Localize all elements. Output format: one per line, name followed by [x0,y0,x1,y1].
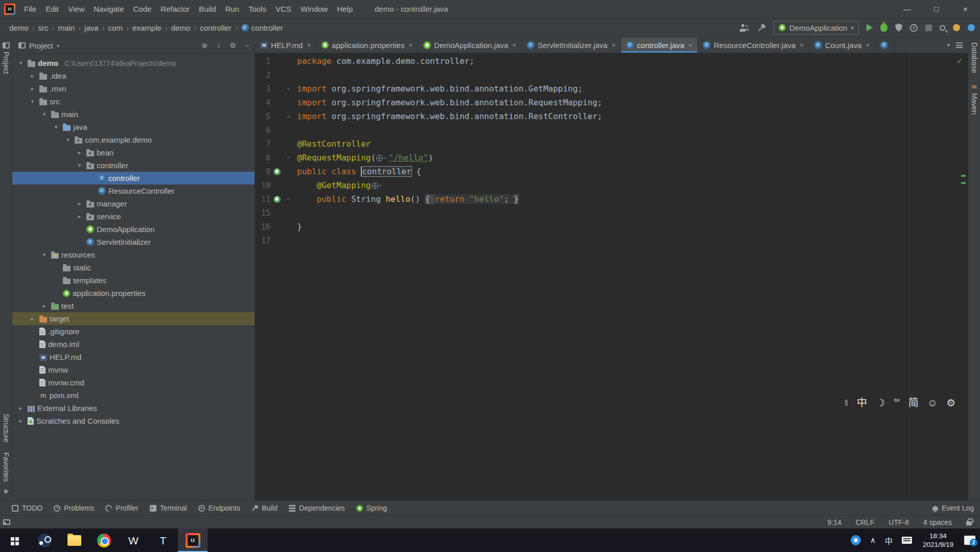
menu-help[interactable]: Help [332,0,357,18]
tree-open-arrow-icon[interactable]: ▾ [75,162,84,169]
editor-tab-application-properties[interactable]: application.properties× [316,37,418,53]
url-globe-inlay[interactable]: ▾ [372,179,382,193]
menu-navigate[interactable]: Navigate [89,0,128,18]
taskbar-app-intellij[interactable] [178,528,208,552]
tree-item-mvnw[interactable]: mvnw [12,363,255,376]
tree-item-demo[interactable]: ▾demoC:\Users\13774\IdeaProjects\demo [12,57,255,70]
chevron-down-icon[interactable]: ▾ [947,42,950,49]
input-language-indicator[interactable]: 中 [880,528,897,552]
inspections-ok-icon[interactable]: ✓ [956,56,963,66]
menu-view[interactable]: View [63,0,89,18]
tree-open-arrow-icon[interactable]: ▾ [52,124,60,130]
tree-item-scratches-and-consoles[interactable]: ▸Scratches and Consoles [12,415,255,427]
tree-closed-arrow-icon[interactable]: ▸ [75,200,84,207]
tree-open-arrow-icon[interactable]: ▾ [40,111,49,118]
coverage-button[interactable] [895,24,902,32]
tool-window-button-database[interactable]: Database [970,37,978,78]
close-icon[interactable]: × [611,41,616,49]
taskbar-app-app-w[interactable]: W [119,528,148,552]
editor-tab[interactable] [875,37,894,53]
tree-item-help-md[interactable]: HELP.md [12,351,255,363]
settings-button[interactable]: ⚙ [230,41,236,50]
tree-open-arrow-icon[interactable]: ▾ [16,60,25,66]
tree-item-controller[interactable]: ▾controller [12,159,255,172]
breadcrumb-item-src[interactable]: src [37,23,50,33]
close-icon[interactable]: × [800,41,804,49]
debug-button[interactable] [880,24,887,32]
menu-edit[interactable]: Edit [41,0,63,18]
tree-item-resourcecontroller[interactable]: ResourceController [12,185,255,197]
tree-item-controller[interactable]: controller [12,172,255,185]
ime-chinese-mode-button[interactable]: 中 [857,398,867,408]
run-configuration-select[interactable]: DemoApplication ▾ [773,21,859,35]
tree-item-target[interactable]: ▸target [12,312,255,325]
spring-bean-icon[interactable] [270,196,284,203]
tool-window-button-project[interactable]: Project [2,37,10,79]
tool-window-button-build[interactable]: Build [246,501,283,515]
breadcrumb-item-controller[interactable]: controller [199,23,233,33]
code-editor[interactable]: 123▿45▵678−91011−151617 package com.exam… [255,53,968,500]
search-everywhere-icon[interactable] [940,25,945,31]
ime-punctuation-button[interactable]: °′ [894,398,900,408]
breadcrumb-item-example[interactable]: example [131,23,163,33]
fold-marker-icon[interactable]: ▵ [284,113,293,120]
ime-emoji-button[interactable]: ☺ [927,398,938,408]
tool-window-button-problems[interactable]: Problems [48,501,100,515]
close-button[interactable]: × [951,0,980,18]
close-icon[interactable]: × [408,41,413,49]
editor-tab-count-java[interactable]: Count.java× [809,37,875,53]
close-icon[interactable]: × [689,41,693,49]
breadcrumb-item-com[interactable]: com [107,23,124,33]
tree-item-test[interactable]: ▸test [12,300,255,312]
menu-tools[interactable]: Tools [244,0,271,18]
fold-marker-icon[interactable]: ▿ [284,85,293,92]
menu-code[interactable]: Code [128,0,156,18]
run-button[interactable] [867,24,873,31]
minimize-button[interactable]: — [893,0,922,18]
tree-item-idea[interactable]: ▸.idea [12,70,255,82]
tree-item-demoapplication[interactable]: DemoApplication [12,223,255,236]
spring-bean-icon[interactable] [270,168,284,175]
tree-closed-arrow-icon[interactable]: ▸ [75,149,84,156]
tree-item-application-properties[interactable]: application.properties [12,287,255,300]
menu-run[interactable]: Run [220,0,244,18]
menu-refactor[interactable]: Refactor [156,0,194,18]
tree-open-arrow-icon[interactable]: ▾ [40,251,49,258]
tree-item-main[interactable]: ▾main [12,108,255,121]
tool-window-button-profiler[interactable]: Profiler [100,501,144,515]
tree-closed-arrow-icon[interactable]: ▸ [75,213,84,220]
tool-window-button-todo[interactable]: TODO [6,501,48,515]
taskbar-app-chrome[interactable] [89,528,119,552]
editor-tab-demoapplication-java[interactable]: DemoApplication.java× [418,37,522,53]
tree-item-servletinitializer[interactable]: ServletInitializer [12,236,255,248]
notification-center-button[interactable]: 2 [960,528,980,552]
taskbar-app-app-t[interactable]: T [148,528,178,552]
tool-window-button-spring[interactable]: Spring [351,501,393,515]
tree-item-static[interactable]: static [12,261,255,274]
tool-window-switcher-icon[interactable] [3,519,10,525]
tree-item-service[interactable]: ▸service [12,210,255,223]
notifications-indicator-icon[interactable] [968,24,975,31]
breadcrumb-item-demo[interactable]: demo [8,23,30,33]
users-icon[interactable] [740,24,749,32]
encoding-widget[interactable]: UTF-8 [888,518,909,526]
close-icon[interactable]: × [307,41,311,49]
ime-drag-handle[interactable]: ‖ [845,399,848,407]
tree-item-bean[interactable]: ▸bean [12,146,255,159]
tree-open-arrow-icon[interactable]: ▾ [28,98,37,105]
tool-window-button-terminal[interactable]: Terminal [144,501,193,515]
breadcrumb-item-controller[interactable]: controller [240,23,284,33]
event-log-button[interactable]: Event Log [932,504,974,512]
start-button[interactable] [0,528,30,552]
breadcrumb-item-main[interactable]: main [57,23,76,33]
taskbar-app-steam[interactable] [30,528,59,552]
tray-expand-button[interactable]: ∧ [865,528,880,552]
tree-item-templates[interactable]: templates [12,274,255,287]
tree-item-resources[interactable]: ▾resources [12,248,255,261]
tab-list-icon[interactable] [956,42,963,48]
tree-item-com-example-demo[interactable]: ▾com.example.demo [12,133,255,146]
tree-item-gitignore[interactable]: .gitignore [12,325,255,338]
editor-tab-help-md[interactable]: HELP.md× [255,37,316,53]
menu-vcs[interactable]: VCS [271,0,296,18]
star-icon[interactable]: ★ [3,487,9,500]
